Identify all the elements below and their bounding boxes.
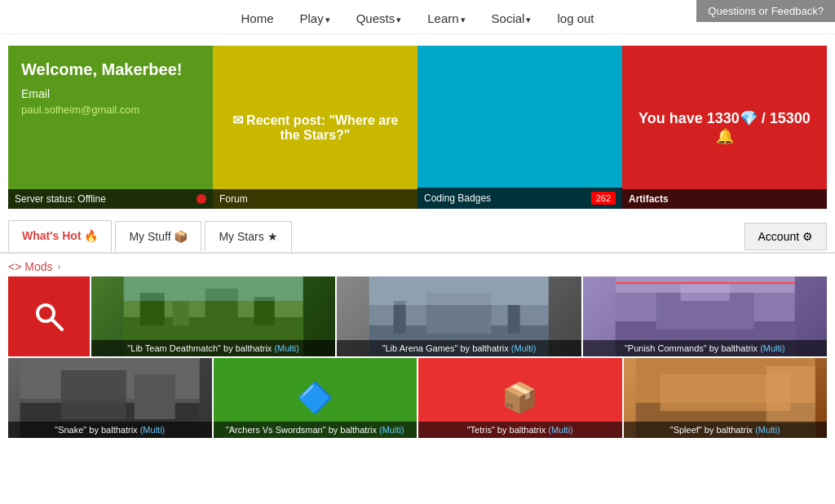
email-label: Email (21, 87, 200, 100)
server-status-text: Server status: Offline (15, 193, 106, 205)
mod-multi: (Multi) (755, 425, 780, 435)
svg-rect-11 (394, 301, 406, 334)
mod-multi: (Multi) (140, 425, 166, 435)
chevron-down-icon: ▾ (526, 15, 531, 24)
server-status-dot (197, 194, 206, 204)
welcome-title: Welcome, Makerbee! (21, 60, 200, 79)
nav-social[interactable]: Social▾ (492, 11, 532, 25)
mod-tile-spleef[interactable]: "Spleef" by balthatrix (Multi) (624, 358, 828, 438)
svg-rect-7 (254, 297, 275, 325)
tab-whats-hot[interactable]: What's Hot 🔥 (8, 220, 112, 252)
mod-title: "Spleef" by balthatrix (670, 425, 753, 435)
mod-tile-label: "Snake" by balthatrix (Multi) (8, 422, 212, 438)
mods-header[interactable]: <> Mods › (0, 254, 835, 276)
mod-multi: (Multi) (511, 343, 537, 353)
svg-rect-29 (766, 366, 815, 423)
nav-learn[interactable]: Learn▾ (427, 11, 465, 25)
search-icon (33, 300, 65, 333)
mod-title: "Punish Commands" by balthatrix (625, 343, 758, 353)
box-icon: 🔷 (297, 381, 334, 415)
coding-badges-tile[interactable]: Coding Badges 262 (418, 46, 622, 209)
svg-rect-13 (508, 305, 520, 334)
nav-home[interactable]: Home (241, 11, 273, 25)
box-icon: 📦 (501, 381, 538, 415)
forum-label: Forum (219, 193, 248, 205)
mod-tile-archers[interactable]: 🔷 "Archers Vs Swordsman" by balthatrix (… (214, 358, 418, 438)
mod-multi: (Multi) (760, 343, 785, 353)
mods-row-1: "Lib Team Deathmatch" by balthatrix (Mul… (8, 276, 827, 356)
chevron-down-icon: ▾ (396, 15, 401, 24)
tab-my-stuff[interactable]: My Stuff 📦 (115, 221, 201, 251)
svg-rect-5 (173, 301, 189, 325)
svg-line-1 (51, 319, 62, 329)
mod-tile-label: "Punish Commands" by balthatrix (Multi) (583, 340, 827, 356)
coding-badges-footer: Coding Badges 262 (418, 188, 622, 209)
tab-my-stars[interactable]: My Stars ★ (205, 221, 291, 251)
artifacts-label: Artifacts (629, 193, 669, 205)
email-value: paul.solheim@gmail.com (21, 104, 200, 116)
artifacts-footer: Artifacts (622, 189, 827, 209)
svg-rect-19 (615, 276, 794, 293)
welcome-tile[interactable]: Welcome, Makerbee! Email paul.solheim@gm… (8, 46, 213, 209)
svg-rect-14 (369, 276, 549, 305)
chevron-down-icon: ▾ (461, 15, 466, 24)
tabs-row: What's Hot 🔥 My Stuff 📦 My Stars ★ Accou… (0, 220, 835, 254)
mod-tile-tetris[interactable]: 📦 "Tetris" by balthatrix (Multi) (418, 358, 622, 438)
mods-row-2: "Snake" by balthatrix (Multi) 🔷 "Archers… (8, 358, 827, 438)
mod-tile-label: "Spleef" by balthatrix (Multi) (624, 422, 828, 438)
forum-footer: Forum (213, 189, 418, 209)
mod-tile-deathmatch[interactable]: "Lib Team Deathmatch" by balthatrix (Mul… (91, 276, 335, 356)
hero-tiles: Welcome, Makerbee! Email paul.solheim@gm… (8, 46, 827, 209)
mod-multi: (Multi) (379, 425, 404, 435)
mods-grid: "Lib Team Deathmatch" by balthatrix (Mul… (0, 276, 835, 438)
mod-multi: (Multi) (548, 425, 573, 435)
account-button[interactable]: Account ⚙ (744, 223, 827, 250)
coding-badges-count: 262 (591, 192, 616, 205)
nav-play[interactable]: Play▾ (300, 11, 330, 25)
mod-title: "Lib Arena Games" by balthatrix (382, 343, 509, 353)
mod-tile-label: "Archers Vs Swordsman" by balthatrix (Mu… (214, 422, 418, 438)
coding-badges-label: Coding Badges (424, 192, 491, 204)
mods-label: <> Mods (8, 260, 52, 273)
server-status-footer: Server status: Offline (8, 189, 213, 209)
mod-title: "Snake" by balthatrix (55, 425, 137, 435)
nav-quests[interactable]: Quests▾ (356, 11, 402, 25)
artifacts-tile[interactable]: You have 1330💎 / 15300🔔 Artifacts (622, 46, 827, 209)
artifacts-text: You have 1330💎 / 15300🔔 (635, 109, 814, 145)
mod-tile-label: "Lib Team Deathmatch" by balthatrix (Mul… (91, 340, 335, 356)
svg-rect-8 (124, 276, 303, 301)
svg-rect-24 (61, 370, 126, 419)
forum-tile[interactable]: ✉ Recent post: "Where are the Stars?" Fo… (213, 46, 418, 209)
mod-tile-label: "Tetris" by balthatrix (Multi) (418, 422, 622, 438)
mod-tile-snake[interactable]: "Snake" by balthatrix (Multi) (8, 358, 212, 438)
mod-title: "Archers Vs Swordsman" by balthatrix (226, 425, 377, 435)
svg-rect-25 (135, 374, 175, 419)
chevron-down-icon: ▾ (325, 15, 330, 24)
chevron-right-icon: › (57, 261, 60, 272)
mod-search-tile[interactable] (8, 276, 90, 356)
mod-multi: (Multi) (274, 343, 299, 353)
mod-title: "Lib Team Deathmatch" by balthatrix (127, 343, 272, 353)
feedback-bar[interactable]: Questions or Feedback? (696, 0, 835, 22)
nav-logout[interactable]: log out (557, 11, 594, 25)
mod-title: "Tetris" by balthatrix (467, 425, 546, 435)
mod-tile-arena[interactable]: "Lib Arena Games" by balthatrix (Multi) (337, 276, 581, 356)
forum-post-text: ✉ Recent post: "Where are the Stars?" (226, 113, 404, 143)
mod-tile-label: "Lib Arena Games" by balthatrix (Multi) (337, 340, 581, 356)
mod-tile-punish[interactable]: "Punish Commands" by balthatrix (Multi) (583, 276, 827, 356)
